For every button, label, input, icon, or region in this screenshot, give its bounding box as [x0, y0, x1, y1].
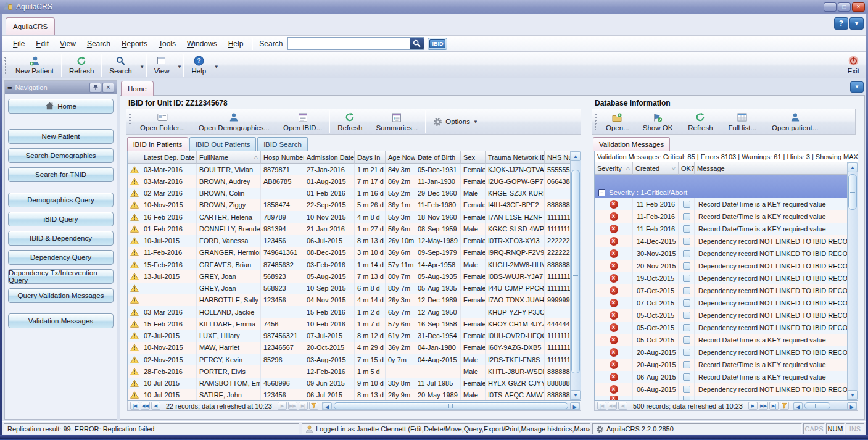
ok-checkbox[interactable] — [683, 349, 690, 356]
maximize-button[interactable]: □ — [838, 2, 851, 12]
app-tab[interactable]: AquilaCRS — [6, 17, 55, 35]
nav-button-ibid-dependency[interactable]: IBID & Dependency — [8, 231, 114, 246]
validation-row[interactable]: ×30-Nov-2015Dependency record NOT LINKED… — [595, 247, 858, 260]
last-page-button[interactable]: ▶| — [769, 402, 779, 410]
next-group-button[interactable]: ▶▶ — [759, 402, 768, 410]
nav-button-search-demographics[interactable]: Search Demographics — [8, 148, 114, 163]
scroll-up-icon[interactable]: ▲ — [571, 151, 581, 161]
options-button[interactable]: Options ▼ — [426, 109, 485, 134]
validation-row[interactable]: ×05-Oct-2015Dependency record NOT LINKED… — [595, 309, 858, 322]
table-row[interactable]: 28-Feb-2016PORTER, Elvis12-Feb-20161 m 5… — [128, 365, 581, 377]
ok-checkbox[interactable] — [683, 386, 690, 393]
scrollbar-thumb[interactable] — [848, 174, 857, 210]
validation-row[interactable]: × — [595, 396, 858, 401]
help-button[interactable]: ? Help — [184, 52, 213, 78]
nav-button-dependency-tx-intervention-query[interactable]: Dependency Tx/Intervention Query — [8, 269, 114, 284]
search-dropdown-arrow[interactable]: ▼ — [139, 52, 146, 78]
ok-checkbox[interactable] — [683, 287, 690, 294]
column-header-message[interactable]: Message — [695, 162, 858, 175]
scroll-right-icon[interactable]: ▶ — [847, 402, 856, 409]
next-page-button[interactable]: ▶ — [278, 402, 287, 410]
menu-search[interactable]: Search — [81, 37, 116, 51]
column-header-trauma-network-id[interactable]: Trauma Network ID — [486, 151, 545, 164]
ok-checkbox[interactable] — [683, 225, 690, 233]
scroll-down-icon[interactable]: ▼ — [848, 390, 858, 400]
ok-checkbox[interactable] — [683, 238, 690, 245]
table-row[interactable]: 10-Nov-2015MAW, Harriet1234656720-Oct-20… — [128, 342, 581, 354]
close-button[interactable]: × — [852, 2, 865, 12]
refresh-button[interactable]: Refresh — [62, 52, 101, 78]
validation-row[interactable]: ×06-Aug-2015Dependency record NOT LINKED… — [595, 383, 858, 396]
chevron-down-icon[interactable]: ▼ — [850, 81, 864, 93]
column-header-age-now[interactable]: Age Now — [386, 151, 415, 164]
validation-vertical-scrollbar[interactable]: ▲ ▼ — [847, 162, 858, 400]
table-row[interactable]: 03-Mar-2016HOLLAND, Jackie15-Feb-20161 m… — [128, 306, 581, 318]
patients-vertical-scrollbar[interactable]: ▲ ▼ — [570, 151, 581, 400]
menu-edit[interactable]: Edit — [30, 37, 54, 51]
chevron-down-icon[interactable]: ▼ — [849, 17, 864, 30]
table-row[interactable]: 02-Mar-2016BROWN, Colin01-Feb-20161 m 16… — [128, 188, 581, 199]
ok-checkbox[interactable] — [683, 336, 690, 344]
show-ok-button[interactable]: Show OK — [636, 109, 680, 134]
help-dropdown-arrow[interactable]: ▼ — [213, 52, 220, 78]
column-header-admission-date[interactable]: Admission Date — [304, 151, 355, 164]
ok-checkbox[interactable] — [683, 201, 690, 208]
column-header-icon[interactable] — [128, 151, 141, 164]
prev-page-button[interactable]: ◀ — [151, 402, 160, 410]
prev-group-button[interactable]: ◀◀ — [141, 402, 150, 410]
ok-checkbox[interactable] — [683, 396, 690, 401]
table-row[interactable]: 10-Jul-2015FORD, Vanessa12345606-Jul-201… — [128, 235, 581, 247]
db-refresh-button[interactable]: Refresh — [681, 109, 719, 134]
validation-row[interactable]: ×20-Nov-2015Dependency record NOT LINKED… — [595, 260, 858, 272]
validation-row[interactable]: ×11-Feb-2016Record Date/Time is a KEY re… — [595, 210, 858, 223]
search-icon[interactable] — [410, 38, 424, 49]
ok-checkbox[interactable] — [683, 275, 690, 282]
nav-button-ibid-query[interactable]: iBID Query — [8, 212, 114, 226]
exit-button[interactable]: Exit — [841, 52, 866, 78]
ok-checkbox[interactable] — [683, 312, 690, 319]
validation-row[interactable]: ×11-Feb-2016Record Date/Time is a KEY re… — [595, 198, 858, 210]
first-page-button[interactable]: |◀ — [597, 402, 606, 410]
ok-checkbox[interactable] — [683, 324, 690, 331]
column-header-fullname[interactable]: FullName△ — [197, 151, 261, 164]
nav-button-home[interactable]: Home — [8, 99, 114, 114]
table-row[interactable]: 13-Jul-2015GREY, Joan56892305-Aug-20157 … — [128, 270, 581, 282]
view-button[interactable]: View — [147, 52, 176, 78]
ok-checkbox[interactable] — [683, 361, 690, 368]
toolbar-grip[interactable] — [594, 113, 597, 130]
table-row[interactable]: 01-Feb-2016DONNELLY, Brenden98139421-Jan… — [128, 223, 581, 235]
patients-horizontal-scrollbar[interactable]: ◀ ▶ — [322, 402, 580, 410]
pin-icon[interactable] — [89, 83, 101, 93]
table-row[interactable]: 03-Mar-2016BOULTER, Vivian887987127-Jan-… — [128, 164, 581, 175]
filter-icon[interactable] — [309, 402, 318, 410]
scrollbar-thumb[interactable] — [334, 402, 568, 409]
next-page-button[interactable]: ▶ — [748, 402, 758, 410]
column-header-created[interactable]: Created▽ — [633, 162, 679, 175]
validation-row[interactable]: ×07-Oct-2015Dependency record NOT LINKED… — [595, 284, 858, 297]
validation-row[interactable]: ×19-Oct-2015Dependency record NOT LINKED… — [595, 272, 858, 284]
next-group-button[interactable]: ▶▶ — [288, 402, 297, 410]
scroll-left-icon[interactable]: ◀ — [323, 402, 332, 409]
column-header-date-of-birth[interactable]: Date of Birth — [415, 151, 461, 164]
menu-view[interactable]: View — [54, 37, 81, 51]
validation-row[interactable]: ×11-Feb-2016Record Date/Time is a KEY re… — [595, 223, 858, 235]
ok-checkbox[interactable] — [683, 250, 690, 257]
table-row[interactable]: 16-Feb-2016CARTER, Helena78978910-Nov-20… — [128, 211, 581, 223]
ok-checkbox[interactable] — [683, 213, 690, 220]
menu-reports[interactable]: Reports — [116, 37, 153, 51]
table-row[interactable]: 03-Mar-2016BROWN, AudreyAB8678501-Aug-20… — [128, 175, 581, 187]
ok-checkbox[interactable] — [683, 373, 690, 381]
help-circle-button[interactable]: ? — [834, 17, 848, 30]
table-row[interactable]: 15-Feb-2016KILLDARE, Emma745610-Feb-2016… — [128, 318, 581, 330]
toolbar-grip[interactable] — [128, 113, 131, 130]
tab-ibid-out-patients[interactable]: iBID Out Patients — [189, 137, 256, 151]
validation-row[interactable]: ×20-Aug-2015Dependency record NOT LINKED… — [595, 346, 858, 359]
table-row[interactable]: 10-Jul-2015RAMSBOTTOM, Emily456899609-Ju… — [128, 378, 581, 389]
severity-group-row[interactable]: − Severity : 1-Critical/Abort — [595, 175, 858, 198]
summaries-button[interactable]: Summaries... — [370, 109, 425, 134]
open-patient-button[interactable]: Open patient... — [765, 109, 825, 134]
filter-icon[interactable] — [780, 402, 789, 410]
validation-horizontal-scrollbar[interactable]: ◀ ▶ — [793, 402, 857, 410]
validation-row[interactable]: ×14-Dec-2015Dependency record NOT LINKED… — [595, 235, 858, 247]
validation-row[interactable]: ×06-Aug-2015Record Date/Time is a KEY re… — [595, 371, 858, 383]
